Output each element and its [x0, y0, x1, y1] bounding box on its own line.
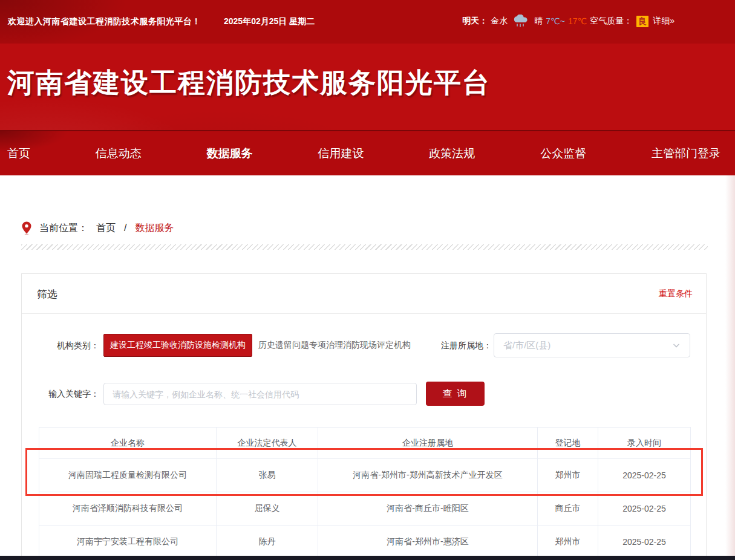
table-cell: 河南省-商丘市-睢阳区 [318, 492, 538, 526]
cloud-drizzle-icon [513, 15, 529, 28]
table-cell: 河南省-郑州市-惠济区 [318, 526, 538, 559]
category-filter-row: 机构类别： 建设工程竣工验收消防设施检测机构历史遗留问题专项治理消防现场评定机构… [22, 333, 706, 358]
table-header-cell: 登记地 [538, 428, 598, 459]
chevron-down-icon [672, 341, 681, 350]
table-header-cell: 企业注册属地 [318, 428, 538, 459]
reset-filters-link[interactable]: 重置条件 [659, 288, 693, 299]
table-cell: 河南宇宁安装工程有限公司 [39, 526, 217, 559]
nav-item-7[interactable]: 主管部门登录 [652, 146, 720, 161]
banner: 河南省建设工程消防技术服务阳光平台 [0, 44, 735, 130]
bottom-window-bar [0, 556, 735, 560]
weather-condition: 晴 [534, 16, 543, 27]
weather-widget: 明天： 金水 晴 7℃~ 17℃ 空气质量： 良 详细» [462, 15, 675, 28]
right-edge-fade [725, 175, 735, 560]
region-select-placeholder: 省/市/区(县) [503, 340, 672, 351]
page: 欢迎进入河南省建设工程消防技术服务阳光平台！ 2025年02月25日 星期二 明… [0, 0, 735, 560]
nav-item-5[interactable]: 政策法规 [429, 146, 475, 161]
category-options: 建设工程竣工验收消防设施检测机构历史遗留问题专项治理消防现场评定机构 [103, 333, 411, 358]
aqi-badge: 良 [636, 16, 648, 27]
nav-item-1[interactable]: 首页 [7, 146, 30, 161]
category-option-1[interactable]: 建设工程竣工验收消防设施检测机构 [103, 334, 252, 357]
filter-panel-header: 筛选 重置条件 [22, 274, 706, 314]
table-cell: 陈丹 [217, 526, 318, 559]
nav-item-2[interactable]: 信息动态 [96, 146, 142, 161]
region-select[interactable]: 省/市/区(县) [494, 333, 690, 357]
table-cell: 2025-02-25 [598, 459, 691, 492]
category-option-2[interactable]: 历史遗留问题专项治理消防现场评定机构 [258, 340, 411, 351]
table-cell: 屈保义 [217, 492, 318, 526]
nav-item-3[interactable]: 数据服务 [207, 146, 253, 161]
table-cell: 2025-02-25 [598, 526, 691, 559]
region-label: 注册所属地： [413, 333, 492, 358]
breadcrumb-home-link[interactable]: 首页 [96, 222, 116, 235]
nav-item-6[interactable]: 公众监督 [540, 146, 586, 161]
table-cell: 2025-02-25 [598, 492, 691, 526]
table-cell: 河南省泽顺消防科技有限公司 [39, 492, 217, 526]
results-table-wrap: 企业名称企业法定代表人企业注册属地登记地录入时间 河南固瑞工程质量检测有限公司张… [39, 427, 691, 559]
main-nav: 首页信息动态数据服务信用建设政策法规公众监督主管部门登录 [0, 130, 735, 175]
table-cell: 郑州市 [538, 459, 598, 492]
table-cell: 商丘市 [538, 492, 598, 526]
filter-panel: 筛选 重置条件 机构类别： 建设工程竣工验收消防设施检测机构历史遗留问题专项治理… [21, 273, 707, 560]
table-row: 河南宇宁安装工程有限公司陈丹河南省-郑州市-惠济区郑州市2025-02-25 [39, 526, 691, 559]
keyword-filter-row: 输入关键字： 查 询 [22, 381, 706, 406]
search-button[interactable]: 查 询 [426, 382, 485, 406]
breadcrumb-current-link[interactable]: 数据服务 [135, 222, 174, 235]
results-table: 企业名称企业法定代表人企业注册属地登记地录入时间 河南固瑞工程质量检测有限公司张… [39, 427, 691, 559]
page-title: 河南省建设工程消防技术服务阳光平台 [7, 65, 491, 101]
temp-high: 17℃ [568, 16, 587, 26]
welcome-text: 欢迎进入河南省建设工程消防技术服务阳光平台！ [8, 16, 201, 27]
location-pin-icon [21, 221, 32, 235]
weather-tomorrow-label: 明天： [462, 16, 488, 27]
filter-panel-title: 筛选 [37, 287, 57, 301]
weather-detail-link[interactable]: 详细» [653, 16, 675, 27]
aqi-label: 空气质量： [590, 16, 632, 27]
nav-item-4[interactable]: 信用建设 [318, 146, 364, 161]
weather-city: 金水 [491, 16, 508, 27]
date-text: 2025年02月25日 星期二 [224, 16, 315, 27]
temp-low: 7℃~ [546, 16, 565, 26]
table-cell: 河南省-郑州市-郑州高新技术产业开发区 [318, 459, 538, 492]
table-header-cell: 企业名称 [39, 428, 217, 459]
table-header-cell: 录入时间 [598, 428, 691, 459]
breadcrumb: 当前位置： 首页 / 数据服务 [21, 219, 174, 237]
table-cell: 郑州市 [538, 526, 598, 559]
table-cell: 河南固瑞工程质量检测有限公司 [39, 459, 217, 492]
slash-divider [21, 244, 708, 250]
keyword-input[interactable] [103, 383, 417, 405]
table-cell: 张易 [217, 459, 318, 492]
table-row: 河南固瑞工程质量检测有限公司张易河南省-郑州市-郑州高新技术产业开发区郑州市20… [39, 459, 691, 492]
table-header-row: 企业名称企业法定代表人企业注册属地登记地录入时间 [39, 428, 691, 459]
breadcrumb-label: 当前位置： [39, 222, 88, 235]
category-label: 机构类别： [39, 333, 99, 358]
table-row: 河南省泽顺消防科技有限公司屈保义河南省-商丘市-睢阳区商丘市2025-02-25 [39, 492, 691, 526]
breadcrumb-separator: / [124, 223, 126, 233]
topbar: 欢迎进入河南省建设工程消防技术服务阳光平台！ 2025年02月25日 星期二 明… [0, 0, 735, 44]
table-header-cell: 企业法定代表人 [217, 428, 318, 459]
keyword-label: 输入关键字： [39, 381, 99, 406]
